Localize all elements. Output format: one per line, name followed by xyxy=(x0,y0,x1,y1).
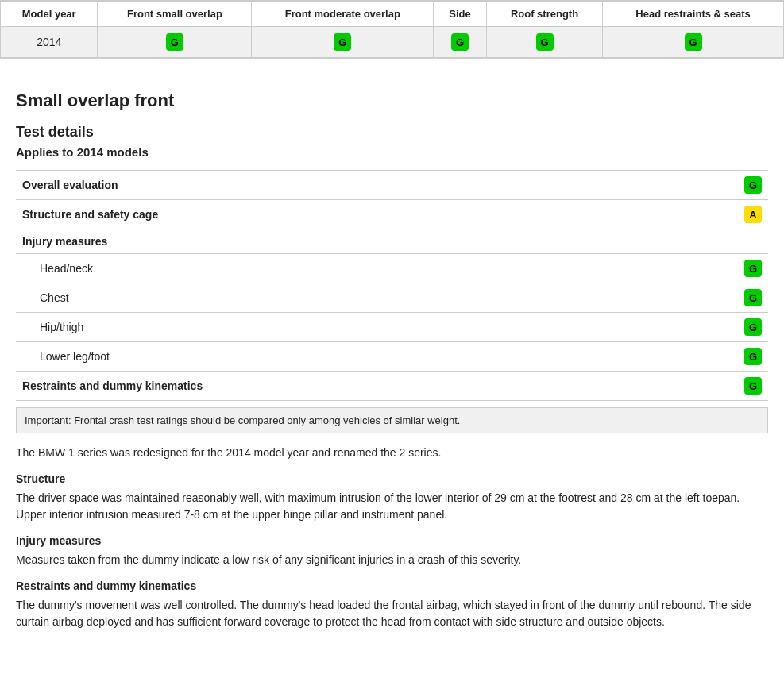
subsection-heading: Injury measures xyxy=(16,534,768,547)
summary-table: Model year Front small overlap Front mod… xyxy=(0,0,784,59)
detail-badge: G xyxy=(744,377,762,395)
test-details-title: Test details xyxy=(16,124,768,141)
detail-rating: G xyxy=(728,313,768,342)
detail-row: Hip/thighG xyxy=(16,313,768,342)
rating-badge-side: G xyxy=(451,33,469,51)
applies-to: Applies to 2014 models xyxy=(16,145,768,159)
detail-row: Head/neckG xyxy=(16,254,768,283)
col-header-side: Side xyxy=(434,1,487,27)
detail-row: ChestG xyxy=(16,283,768,313)
detail-label: Hip/thigh xyxy=(16,313,728,342)
detail-badge: A xyxy=(744,206,762,223)
detail-row: Overall evaluationG xyxy=(16,171,768,200)
section-title: Small overlap front xyxy=(16,91,768,111)
detail-rating: G xyxy=(728,283,768,313)
detail-row: Injury measures xyxy=(16,229,768,254)
detail-rating: G xyxy=(728,342,768,372)
col-header-roof: Roof strength xyxy=(486,1,602,27)
subsection-heading: Structure xyxy=(16,472,768,485)
detail-badge: G xyxy=(744,176,762,194)
detail-badge: G xyxy=(744,318,762,336)
detail-rating: G xyxy=(728,372,768,401)
detail-badge: G xyxy=(744,260,762,277)
detail-rating xyxy=(728,229,768,254)
details-table: Overall evaluationGStructure and safety … xyxy=(16,170,768,401)
detail-row: Structure and safety cageA xyxy=(16,200,768,229)
rating-badge-head: G xyxy=(685,33,702,51)
model-year-cell: 2014 xyxy=(1,27,98,59)
detail-label: Structure and safety cage xyxy=(16,200,728,229)
detail-rating: G xyxy=(728,171,768,200)
rating-badge-front_moderate: G xyxy=(334,33,351,51)
rating-cell-front_moderate: G xyxy=(252,27,434,59)
rating-cell-side: G xyxy=(434,27,487,59)
detail-label: Injury measures xyxy=(16,229,728,254)
detail-rating: A xyxy=(728,200,768,229)
detail-badge: G xyxy=(744,348,762,365)
detail-label: Chest xyxy=(16,283,728,313)
rating-cell-front_small: G xyxy=(98,27,252,59)
subsection-text: The driver space was maintained reasonab… xyxy=(16,490,768,523)
subsection-text: The dummy's movement was well controlled… xyxy=(16,597,768,630)
col-header-front-small: Front small overlap xyxy=(98,1,252,27)
rating-cell-roof: G xyxy=(486,27,602,59)
detail-label: Lower leg/foot xyxy=(16,342,728,372)
detail-label: Restraints and dummy kinematics xyxy=(16,372,728,401)
detail-label: Head/neck xyxy=(16,254,728,283)
detail-label: Overall evaluation xyxy=(16,171,728,200)
main-content: Small overlap front Test details Applies… xyxy=(0,59,784,657)
subsection-text: Measures taken from the dummy indicate a… xyxy=(16,552,768,568)
rating-badge-roof: G xyxy=(536,33,554,51)
rating-badge-front_small: G xyxy=(166,33,183,51)
rating-cell-head: G xyxy=(603,27,784,59)
notice-box: Important: Frontal crash test ratings sh… xyxy=(16,407,768,433)
detail-rating: G xyxy=(728,254,768,283)
subsection-heading: Restraints and dummy kinematics xyxy=(16,580,768,592)
detail-row: Restraints and dummy kinematicsG xyxy=(16,372,768,401)
col-header-model-year: Model year xyxy=(1,1,98,27)
table-row: 2014GGGGG xyxy=(1,27,784,59)
detail-badge: G xyxy=(744,289,762,306)
intro-text: The BMW 1 series was redesigned for the … xyxy=(16,445,768,461)
detail-row: Lower leg/footG xyxy=(16,342,768,372)
col-header-front-moderate: Front moderate overlap xyxy=(252,1,434,27)
col-header-head: Head restraints & seats xyxy=(603,1,784,27)
